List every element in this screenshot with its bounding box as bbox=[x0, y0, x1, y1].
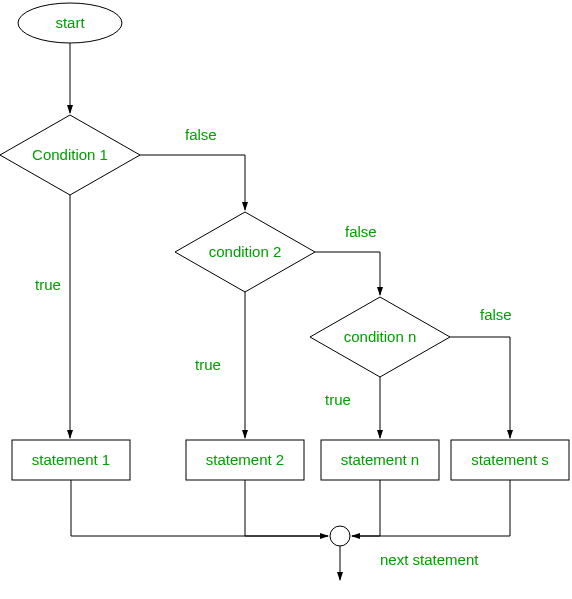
edge-stmtn-merge bbox=[352, 480, 380, 536]
cond2-true-label: true bbox=[195, 356, 221, 373]
statement-2-label: statement 2 bbox=[206, 451, 284, 468]
edge-stmt1-merge bbox=[71, 480, 328, 536]
start-label: start bbox=[55, 14, 85, 31]
condn-false-label: false bbox=[480, 306, 512, 323]
edge-cond2-condn bbox=[315, 252, 380, 295]
edge-stmts-merge bbox=[352, 480, 510, 536]
merge-node bbox=[330, 526, 350, 546]
statement-n-label: statement n bbox=[341, 451, 419, 468]
next-statement-label: next statement bbox=[380, 551, 479, 568]
edge-condn-stmts bbox=[450, 337, 510, 438]
cond1-true-label: true bbox=[35, 276, 61, 293]
statement-1-label: statement 1 bbox=[32, 451, 110, 468]
condition-n-label: condition n bbox=[344, 328, 417, 345]
edge-stmt2-merge bbox=[245, 480, 328, 536]
cond1-false-label: false bbox=[185, 126, 217, 143]
condition-2-label: condition 2 bbox=[209, 243, 282, 260]
cond2-false-label: false bbox=[345, 223, 377, 240]
flowchart-diagram: start Condition 1 false condition 2 fals… bbox=[0, 0, 572, 599]
edge-cond1-cond2 bbox=[140, 155, 245, 210]
condn-true-label: true bbox=[325, 391, 351, 408]
condition-1-label: Condition 1 bbox=[32, 146, 108, 163]
statement-s-label: statement s bbox=[471, 451, 549, 468]
